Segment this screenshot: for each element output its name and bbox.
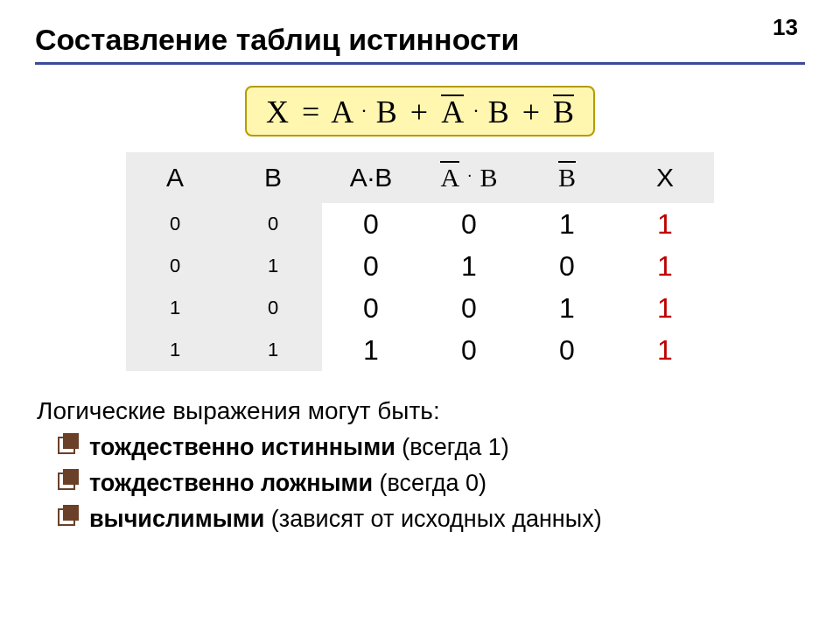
cell-B: 0 [224, 287, 322, 329]
cell-Bbar: 1 [518, 287, 616, 329]
cell-X: 1 [616, 245, 714, 287]
dot-icon: · [360, 100, 368, 122]
cell-X: 1 [616, 329, 714, 371]
col-AbarB: A · B [420, 152, 518, 203]
cell-Bbar: 0 [518, 245, 616, 287]
header-Bbar: B [558, 163, 576, 192]
cell-AB: 0 [322, 245, 420, 287]
page-title: Составление таблиц истинности [35, 23, 805, 57]
cell-B: 0 [224, 203, 322, 245]
list-item: тождественно истинными (всегда 1) [58, 434, 805, 461]
title-divider [35, 62, 805, 65]
bullet-strong: тождественно ложными [89, 470, 373, 496]
cell-AbarB: 1 [420, 245, 518, 287]
bullet-icon [58, 437, 75, 454]
formula-plus2: + [517, 94, 545, 130]
col-AB: A·B [322, 152, 420, 203]
cell-AbarB: 0 [420, 329, 518, 371]
cell-B: 1 [224, 245, 322, 287]
table-row: 0 1 0 1 0 1 [126, 245, 714, 287]
cell-A: 0 [126, 245, 224, 287]
cell-Bbar: 1 [518, 203, 616, 245]
bullet-rest: (зависят от исходных данных) [264, 506, 601, 532]
dot-icon: · [472, 100, 480, 122]
table-row: 1 1 1 0 0 1 [126, 329, 714, 371]
truth-table: A B A·B A · B B X 0 0 0 0 1 1 0 1 0 1 [126, 152, 714, 371]
bullet-icon [58, 508, 75, 526]
col-B: B [224, 152, 322, 203]
header-Abar: A [440, 163, 459, 192]
cell-AbarB: 0 [420, 287, 518, 329]
list-item: тождественно ложными (всегда 0) [58, 470, 805, 497]
slide: 13 Составление таблиц истинности X = A ·… [0, 0, 840, 630]
cell-B: 1 [224, 329, 322, 371]
formula-term1-A: A [331, 94, 352, 130]
formula-eq: = [297, 94, 325, 130]
bullet-strong: вычислимыми [89, 506, 264, 532]
table-header-row: A B A·B A · B B X [126, 152, 714, 203]
body-intro: Логические выражения могут быть: [37, 397, 805, 425]
table-row: 0 0 0 0 1 1 [126, 203, 714, 245]
formula: X = A · B + A · B + B [245, 86, 595, 136]
formula-lhs: X [266, 94, 289, 130]
col-A: A [126, 152, 224, 203]
formula-container: X = A · B + A · B + B [35, 86, 805, 136]
cell-X: 1 [616, 287, 714, 329]
bullet-rest: (всегда 0) [373, 470, 486, 496]
cell-AB: 0 [322, 203, 420, 245]
list-item: вычислимыми (зависят от исходных данных) [58, 506, 805, 533]
formula-term1-B: B [376, 94, 397, 130]
bullet-list: тождественно истинными (всегда 1) тождес… [58, 434, 805, 533]
cell-AB: 1 [322, 329, 420, 371]
cell-A: 0 [126, 203, 224, 245]
cell-Bbar: 0 [518, 329, 616, 371]
cell-X: 1 [616, 203, 714, 245]
formula-term2-B: B [488, 94, 509, 130]
col-Bbar: B [518, 152, 616, 203]
formula-plus1: + [405, 94, 433, 130]
cell-A: 1 [126, 287, 224, 329]
col-X: X [616, 152, 714, 203]
bullet-icon [58, 472, 75, 490]
formula-term2-Abar: A [441, 96, 464, 128]
page-number: 13 [773, 14, 798, 41]
bullet-rest: (всегда 1) [396, 434, 509, 460]
formula-term3-Bbar: B [553, 96, 574, 128]
header-AbarB-B: B [480, 163, 498, 192]
cell-AbarB: 0 [420, 203, 518, 245]
table-row: 1 0 0 0 1 1 [126, 287, 714, 329]
cell-AB: 0 [322, 287, 420, 329]
dot-icon: · [466, 167, 474, 185]
cell-A: 1 [126, 329, 224, 371]
bullet-strong: тождественно истинными [89, 434, 396, 460]
